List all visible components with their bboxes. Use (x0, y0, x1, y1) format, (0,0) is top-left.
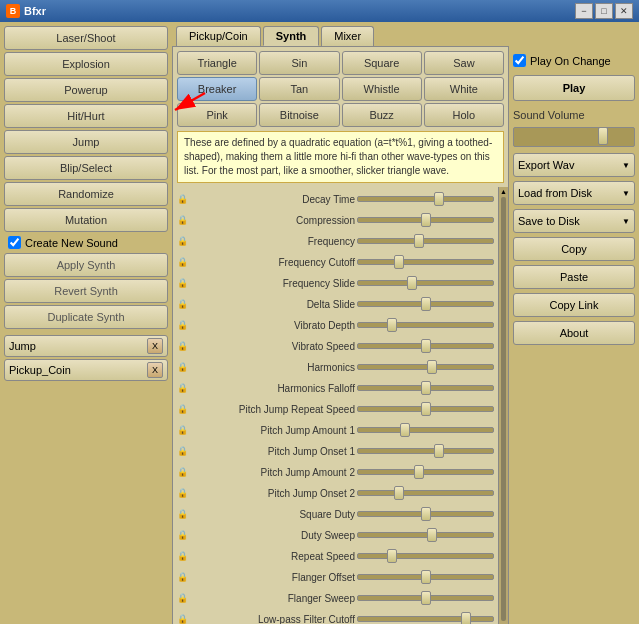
copy-link-label: Copy Link (550, 299, 599, 311)
load-from-disk-button[interactable]: Load from Disk ▼ (513, 181, 635, 205)
tab-mixer[interactable]: Mixer (321, 26, 374, 46)
wave-buttons: Triangle Sin Square Saw Breaker Tan Whis… (173, 47, 508, 131)
play-on-change-label: Play On Change (530, 55, 611, 67)
slider-flanger-sweep: Flanger Sweep (195, 588, 494, 608)
slider-lowpass-cutoff-label: Low-pass Filter Cutoff (195, 614, 355, 625)
tag-pickup-coin-remove[interactable]: X (147, 362, 163, 378)
slider-flanger-offset-track[interactable] (357, 574, 494, 580)
slider-duty-sweep: Duty Sweep (195, 525, 494, 545)
slider-pitch-jump-amt1-track[interactable] (357, 427, 494, 433)
slider-pitch-jump-amt2-track[interactable] (357, 469, 494, 475)
tag-jump-remove[interactable]: X (147, 338, 163, 354)
wave-breaker[interactable]: Breaker (177, 77, 257, 101)
powerup-button[interactable]: Powerup (4, 78, 168, 102)
slider-pitch-jump-onset1-track[interactable] (357, 448, 494, 454)
copy-link-button[interactable]: Copy Link (513, 293, 635, 317)
wave-bitnoise[interactable]: Bitnoise (259, 103, 339, 127)
wave-square[interactable]: Square (342, 51, 422, 75)
tab-bar: Pickup/Coin Synth Mixer (172, 22, 639, 46)
play-on-change-checkbox[interactable] (513, 54, 526, 67)
slider-repeat-speed: Repeat Speed (195, 546, 494, 566)
slider-duty-sweep-label: Duty Sweep (195, 530, 355, 541)
tag-jump: Jump X (4, 335, 168, 357)
app-icon: B (6, 4, 20, 18)
slider-vibrato-depth-track[interactable] (357, 322, 494, 328)
slider-freq-slide-track[interactable] (357, 280, 494, 286)
about-button[interactable]: About (513, 321, 635, 345)
maximize-button[interactable]: □ (595, 3, 613, 19)
randomize-button[interactable]: Randomize (4, 182, 168, 206)
slider-decay-time-track[interactable] (357, 196, 494, 202)
lock-1: 🔒 (175, 189, 189, 209)
wave-white[interactable]: White (424, 77, 504, 101)
left-panel: Laser/Shoot Explosion Powerup Hit/Hurt J… (0, 22, 172, 624)
slider-flanger-offset: Flanger Offset (195, 567, 494, 587)
content-row: Triangle Sin Square Saw Breaker Tan Whis… (172, 46, 639, 624)
lock-11: 🔒 (175, 399, 189, 419)
slider-duty-sweep-track[interactable] (357, 532, 494, 538)
wave-holo[interactable]: Holo (424, 103, 504, 127)
lock-14: 🔒 (175, 462, 189, 482)
copy-button[interactable]: Copy (513, 237, 635, 261)
slider-compression-track[interactable] (357, 217, 494, 223)
slider-square-duty-track[interactable] (357, 511, 494, 517)
wave-pink[interactable]: Pink (177, 103, 257, 127)
slider-freq-cutoff-track[interactable] (357, 259, 494, 265)
right-section: Pickup/Coin Synth Mixer Triangle Sin Squ… (172, 22, 639, 624)
load-from-disk-label: Load from Disk (518, 187, 592, 199)
slider-pitch-jump-onset2-label: Pitch Jump Onset 2 (195, 488, 355, 499)
laser-shoot-button[interactable]: Laser/Shoot (4, 26, 168, 50)
slider-freq-slide: Frequency Slide (195, 273, 494, 293)
slider-delta-slide-track[interactable] (357, 301, 494, 307)
apply-synth-button[interactable]: Apply Synth (4, 253, 168, 277)
slider-lowpass-cutoff-track[interactable] (357, 616, 494, 622)
hit-hurt-button[interactable]: Hit/Hurt (4, 104, 168, 128)
mutation-button[interactable]: Mutation (4, 208, 168, 232)
revert-synth-button[interactable]: Revert Synth (4, 279, 168, 303)
slider-pitch-jump-repeat-track[interactable] (357, 406, 494, 412)
slider-vibrato-speed-track[interactable] (357, 343, 494, 349)
slider-decay-time: Decay Time (195, 189, 494, 209)
scroll-up[interactable]: ▲ (499, 188, 508, 195)
slider-harmonics-track[interactable] (357, 364, 494, 370)
duplicate-synth-button[interactable]: Duplicate Synth (4, 305, 168, 329)
slider-pitch-jump-onset1: Pitch Jump Onset 1 (195, 441, 494, 461)
export-wav-label: Export Wav (518, 159, 574, 171)
wave-sin[interactable]: Sin (259, 51, 339, 75)
wave-whistle[interactable]: Whistle (342, 77, 422, 101)
load-from-disk-arrow: ▼ (622, 189, 630, 198)
wave-buzz[interactable]: Buzz (342, 103, 422, 127)
slider-vibrato-speed: Vibrato Speed (195, 336, 494, 356)
wave-triangle[interactable]: Triangle (177, 51, 257, 75)
minimize-button[interactable]: − (575, 3, 593, 19)
explosion-button[interactable]: Explosion (4, 52, 168, 76)
create-new-sound-label: Create New Sound (25, 237, 118, 249)
save-to-disk-button[interactable]: Save to Disk ▼ (513, 209, 635, 233)
vertical-scrollbar[interactable]: ▲ ▼ (498, 187, 508, 624)
slider-pitch-jump-onset2-track[interactable] (357, 490, 494, 496)
slider-flanger-offset-label: Flanger Offset (195, 572, 355, 583)
scroll-thumb[interactable] (501, 197, 506, 621)
slider-frequency-track[interactable] (357, 238, 494, 244)
volume-slider[interactable] (513, 127, 635, 147)
slider-harmonics-falloff-track[interactable] (357, 385, 494, 391)
slider-repeat-speed-track[interactable] (357, 553, 494, 559)
about-label: About (560, 327, 589, 339)
tab-pickup-coin[interactable]: Pickup/Coin (176, 26, 261, 46)
tab-synth[interactable]: Synth (263, 26, 320, 46)
wave-saw[interactable]: Saw (424, 51, 504, 75)
blip-select-button[interactable]: Blip/Select (4, 156, 168, 180)
create-new-sound-checkbox[interactable] (8, 236, 21, 249)
volume-thumb[interactable] (598, 127, 608, 145)
paste-button[interactable]: Paste (513, 265, 635, 289)
close-button[interactable]: ✕ (615, 3, 633, 19)
lock-18: 🔒 (175, 546, 189, 566)
play-button[interactable]: Play (513, 75, 635, 101)
wave-tan[interactable]: Tan (259, 77, 339, 101)
jump-button[interactable]: Jump (4, 130, 168, 154)
export-wav-button[interactable]: Export Wav ▼ (513, 153, 635, 177)
slider-pitch-jump-amt1: Pitch Jump Amount 1 (195, 420, 494, 440)
main-container: Laser/Shoot Explosion Powerup Hit/Hurt J… (0, 22, 639, 624)
slider-flanger-sweep-track[interactable] (357, 595, 494, 601)
slider-pitch-jump-amt2: Pitch Jump Amount 2 (195, 462, 494, 482)
